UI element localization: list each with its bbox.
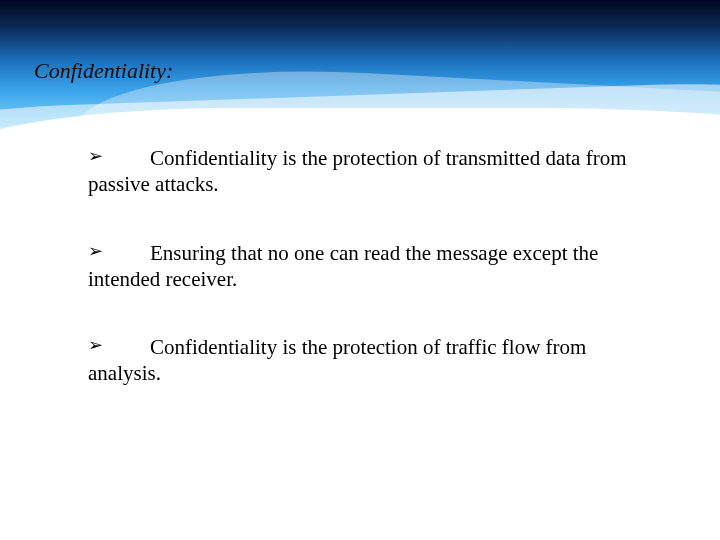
bullet-list: ➢Confidentiality is the protection of tr… [88,145,663,429]
bullet-text: Confidentiality is the protection of tra… [150,146,626,170]
slide: Confidentiality: ➢Confidentiality is the… [0,0,720,540]
list-item: ➢Confidentiality is the protection of tr… [88,334,663,387]
bullet-arrow-icon: ➢ [88,145,150,168]
bullet-text: analysis. [88,360,663,386]
bullet-text: intended receiver. [88,266,663,292]
list-item: ➢Ensuring that no one can read the messa… [88,240,663,293]
bullet-arrow-icon: ➢ [88,334,150,357]
bullet-text: Confidentiality is the protection of tra… [150,335,586,359]
list-item: ➢Confidentiality is the protection of tr… [88,145,663,198]
bullet-arrow-icon: ➢ [88,240,150,263]
bullet-text: Ensuring that no one can read the messag… [150,241,598,265]
slide-title: Confidentiality: [34,58,173,84]
bullet-text: passive attacks. [88,171,663,197]
